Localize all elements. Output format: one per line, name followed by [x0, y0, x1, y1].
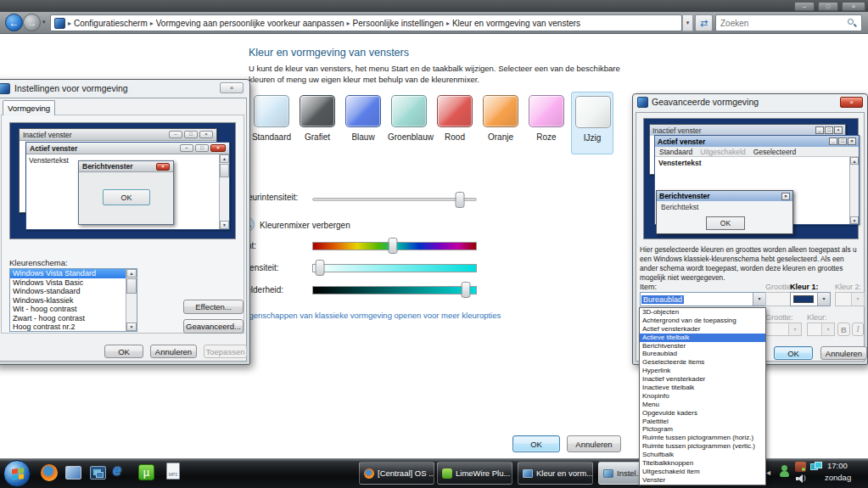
scheme-option-selected[interactable]: Windows Vista Standard: [10, 269, 137, 278]
breadcrumb-item-persoonlijke-instellingen[interactable]: Persoonlijke instellingen: [351, 19, 445, 28]
item-option[interactable]: Palettitel: [640, 418, 765, 426]
item-option[interactable]: Actief vensterkader: [640, 325, 765, 334]
classic-appearance-link[interactable]: Eigenschappen van klassieke vormgeving o…: [242, 311, 501, 320]
breadcrumb-item-configuratiescherm[interactable]: Configuratiescherm: [72, 19, 149, 28]
appearance-ok-button[interactable]: OK: [104, 345, 143, 358]
brightness-slider[interactable]: [312, 286, 477, 294]
color2-picker[interactable]: ▾: [835, 292, 865, 306]
listbox-scrollbar[interactable]: ▲ ▼: [126, 269, 137, 331]
color-swatch-groenblauw[interactable]: Groenblauw: [388, 92, 430, 154]
breadcrumb-item-vormgeving[interactable]: Vormgeving aan persoonlijke voorkeur aan…: [154, 19, 346, 28]
saturation-thumb[interactable]: [315, 260, 324, 276]
item-combobox[interactable]: Bureaublad ▾: [640, 292, 766, 306]
scheme-option[interactable]: Windows-standaard: [10, 287, 137, 296]
firefox-icon[interactable]: [41, 464, 58, 481]
chevron-down-icon[interactable]: ▾: [788, 323, 801, 335]
item-option[interactable]: Menu: [640, 401, 765, 409]
utorrent-icon[interactable]: µ: [138, 464, 154, 480]
scheme-option[interactable]: Windows Vista Basic: [10, 278, 137, 288]
hue-slider[interactable]: [312, 242, 477, 250]
network-display-icon[interactable]: [810, 462, 823, 472]
scroll-up-icon[interactable]: ▲: [126, 269, 137, 278]
taskbar-button-centraal-os[interactable]: [Centraal] OS ...: [359, 462, 434, 485]
color-swatch-rood[interactable]: Rood: [434, 92, 476, 154]
preview-message-box[interactable]: Berichtvenster × Berichttekst OK: [656, 190, 793, 234]
hue-thumb[interactable]: [389, 238, 398, 254]
dialog-close-button[interactable]: ×: [840, 97, 863, 108]
dialog-close-button[interactable]: ×: [220, 82, 244, 93]
clock-time[interactable]: 17:00: [827, 461, 848, 470]
chevron-down-icon[interactable]: ▾: [821, 323, 834, 335]
item-option[interactable]: Knopinfo: [640, 392, 765, 401]
volume-icon[interactable]: ): [796, 474, 809, 483]
switch-windows-icon[interactable]: [90, 466, 106, 480]
scroll-down-icon[interactable]: ▼: [126, 323, 137, 331]
back-button[interactable]: ←: [5, 14, 23, 31]
minimize-button[interactable]: –: [794, 2, 815, 11]
item-option[interactable]: Geselecteerde items: [640, 358, 765, 367]
color-swatch-oranje[interactable]: Oranje: [479, 92, 522, 154]
size2-combobox[interactable]: ▾: [765, 323, 802, 336]
item-dropdown-list[interactable]: 3D-objecten Achtergrond van de toepassin…: [639, 307, 766, 485]
item-option[interactable]: Titelbalkknoppen: [640, 459, 765, 468]
item-option[interactable]: 3D-objecten: [640, 308, 765, 317]
item-option[interactable]: Schuifbalk: [640, 451, 765, 459]
item-option[interactable]: Pictogram: [640, 425, 765, 434]
page-ok-button[interactable]: OK: [512, 435, 560, 452]
color-intensity-slider[interactable]: [312, 198, 477, 201]
forward-button[interactable]: →: [23, 14, 41, 31]
appearance-apply-button[interactable]: Toepassen: [204, 345, 247, 358]
refresh-button[interactable]: ⇄: [695, 14, 713, 31]
search-input[interactable]: [716, 19, 847, 28]
color-swatch-roze[interactable]: Roze: [525, 92, 568, 154]
page-cancel-button[interactable]: Annuleren: [567, 435, 621, 452]
advanced-ok-button[interactable]: OK: [774, 346, 813, 360]
item-option[interactable]: Inactieve titelbalk: [640, 384, 765, 392]
item-option[interactable]: Achtergrond van de toepassing: [640, 317, 765, 325]
item-option[interactable]: Hyperlink: [640, 367, 765, 375]
chevron-down-icon[interactable]: ▾: [851, 293, 864, 306]
chevron-down-icon[interactable]: ▾: [817, 293, 830, 306]
appearance-cancel-button[interactable]: Annuleren: [150, 345, 197, 358]
mp3-file-icon[interactable]: MP3: [166, 463, 180, 480]
item-option[interactable]: Venster: [640, 476, 765, 485]
maximize-button[interactable]: □: [818, 2, 838, 11]
tray-overflow-button[interactable]: ◂: [766, 468, 770, 477]
color-swatch-ijzig-selected[interactable]: IJzig: [571, 92, 613, 154]
messenger-status-icon[interactable]: [778, 465, 790, 478]
search-icon[interactable]: [847, 18, 857, 28]
color-swatch-grafiet[interactable]: Grafiet: [296, 92, 339, 154]
item-option[interactable]: Inactief vensterkader: [640, 375, 765, 384]
show-desktop-icon[interactable]: [65, 466, 81, 480]
color-scheme-listbox[interactable]: Windows Vista Standard Windows Vista Bas…: [9, 268, 137, 332]
taskbar-button-kleur-en-vormgeving[interactable]: Kleur en vorm...: [518, 462, 593, 485]
breadcrumb-item-kleur-en-vormgeving[interactable]: Kleur en vormgeving van vensters: [451, 19, 582, 28]
item-option[interactable]: Opgevulde kaders: [640, 409, 765, 418]
advanced-preview[interactable]: Inactief venster _ □ × Actief venster _ …: [643, 118, 859, 239]
tray-app-icon[interactable]: [795, 462, 806, 472]
item-option-highlighted[interactable]: Actieve titelbalk: [640, 334, 765, 342]
scheme-option[interactable]: Zwart - hoog contrast: [10, 314, 137, 323]
tab-vormgeving[interactable]: Vormgeving: [3, 100, 55, 115]
italic-button[interactable]: I: [852, 323, 864, 336]
brightness-thumb[interactable]: [462, 282, 471, 298]
item-option[interactable]: Uitgeschakeld item: [640, 468, 765, 476]
clock-day[interactable]: zondag: [825, 473, 851, 482]
taskbar-button-limewire[interactable]: LimeWire Plu...: [437, 462, 512, 485]
address-dropdown-button[interactable]: ▾: [682, 14, 693, 31]
close-button[interactable]: ×: [842, 2, 865, 11]
item-option[interactable]: Ruimte tussen pictogrammen (vertic.): [640, 442, 765, 451]
advanced-dialog-titlebar[interactable]: Geavanceerde vormgeving ×: [633, 94, 867, 112]
color-swatch-standaard[interactable]: Standaard: [250, 92, 293, 154]
font-color-combobox[interactable]: ▾: [807, 323, 835, 336]
color-mixer-toggle-label[interactable]: Kleurenmixer verbergen: [260, 221, 350, 230]
item-option[interactable]: Ruimte tussen pictogrammen (horiz.): [640, 434, 765, 442]
appearance-dialog-titlebar[interactable]: Instellingen voor vormgeving ×: [0, 80, 249, 98]
color1-picker[interactable]: ▾: [790, 292, 831, 306]
effects-button[interactable]: Effecten...: [183, 300, 244, 314]
color-swatch-blauw[interactable]: Blauw: [342, 92, 384, 154]
scheme-option[interactable]: Hoog contrast nr.2: [10, 323, 137, 332]
scrollbar-thumb[interactable]: [126, 278, 137, 294]
recent-pages-dropdown[interactable]: ▾: [42, 19, 46, 25]
item-option[interactable]: Berichtvenster: [640, 342, 765, 351]
